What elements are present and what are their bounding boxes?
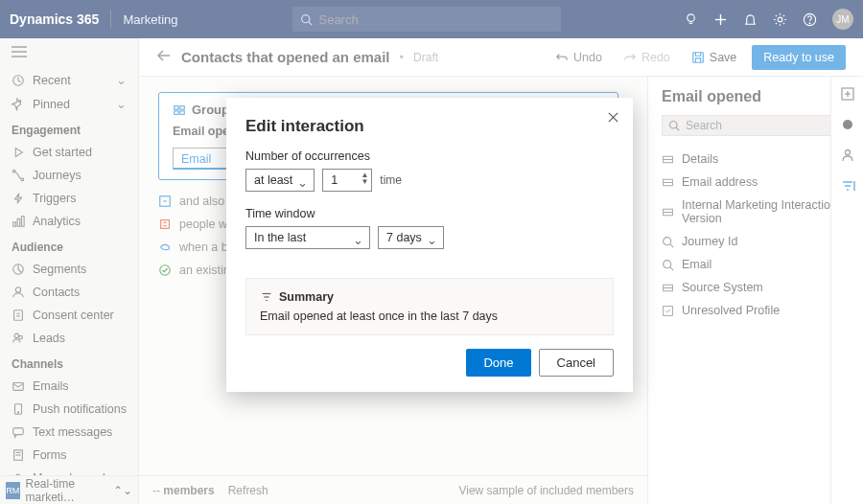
summary-title: Summary (279, 290, 334, 304)
select-value: In the last (254, 231, 306, 244)
timewindow-mode-select[interactable]: In the last⌄ (245, 226, 370, 249)
modal-title: Edit interaction (245, 117, 614, 136)
close-icon (607, 111, 619, 124)
occurrences-label: Number of occurrences (245, 149, 614, 163)
summary-box: Summary Email opened at least once in th… (245, 278, 614, 335)
select-value: 7 days (386, 231, 422, 244)
spinner-icon[interactable]: ▲▼ (361, 172, 368, 185)
input-value: 1 (331, 173, 338, 187)
chevron-down-icon: ⌄ (353, 233, 363, 247)
summary-icon (260, 290, 273, 304)
occurrence-unit: time (380, 173, 402, 187)
cancel-button[interactable]: Cancel (539, 349, 614, 377)
close-button[interactable] (607, 111, 619, 126)
timewindow-label: Time window (245, 207, 614, 220)
occurrence-operator-select[interactable]: at least⌄ (245, 169, 315, 192)
select-value: at least (254, 173, 292, 187)
summary-text: Email opened at least once in the last 7… (260, 309, 599, 323)
timewindow-amount-select[interactable]: 7 days⌄ (378, 226, 444, 249)
chevron-down-icon: ⌄ (297, 175, 308, 190)
edit-interaction-modal: Edit interaction Number of occurrences a… (226, 98, 633, 392)
done-button[interactable]: Done (466, 349, 530, 377)
occurrence-count-input[interactable]: 1▲▼ (322, 169, 372, 192)
chevron-down-icon: ⌄ (427, 233, 437, 247)
